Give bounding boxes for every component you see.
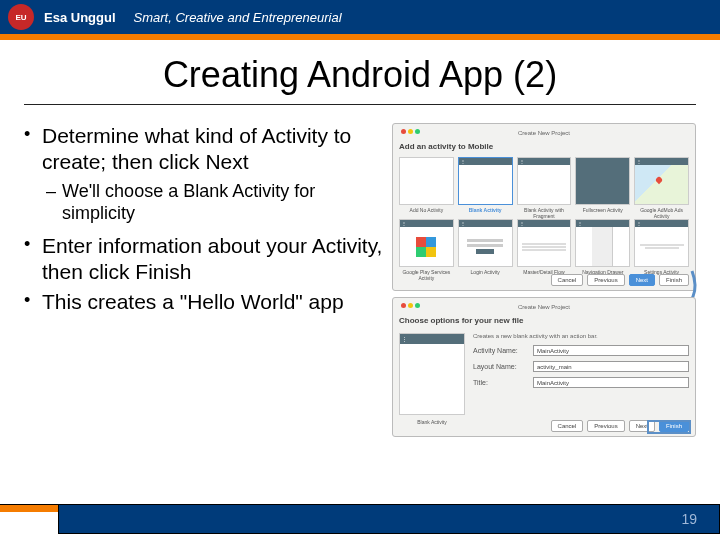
- preview-pane: ⋮: [399, 333, 465, 415]
- layout-name-field[interactable]: activity_main: [533, 361, 689, 372]
- screenshot-activity-chooser: Create New Project Add an activity to Mo…: [392, 123, 696, 291]
- close-icon: [401, 303, 406, 308]
- field-label: Title:: [473, 379, 529, 386]
- bullet-item: • Enter information about your Activity,…: [24, 233, 384, 286]
- minimize-icon: [408, 303, 413, 308]
- close-icon: [401, 129, 406, 134]
- cancel-button[interactable]: Cancel: [551, 274, 584, 286]
- university-logo: EU: [8, 4, 34, 30]
- template-option-selected[interactable]: Blank Activity: [458, 207, 513, 215]
- field-label: Activity Name:: [473, 347, 529, 354]
- header-bar: EU Esa Unggul Smart, Creative and Entrep…: [0, 0, 720, 34]
- previous-button[interactable]: Previous: [587, 420, 624, 432]
- template-option[interactable]: Google Play Services Activity: [399, 269, 454, 277]
- sub-bullet-item: – We'll choose a Blank Activity for simp…: [46, 180, 384, 225]
- dialog-subheading: Creates a new blank activity with an act…: [473, 333, 689, 339]
- cancel-button[interactable]: Cancel: [551, 420, 584, 432]
- dialog-heading: Add an activity to Mobile: [399, 142, 689, 151]
- tagline: Smart, Creative and Entrepreneurial: [134, 10, 342, 25]
- preview-label: Blank Activity: [399, 419, 465, 427]
- field-label: Layout Name:: [473, 363, 529, 370]
- next-button[interactable]: Next: [629, 274, 655, 286]
- page-number: 19: [681, 511, 697, 527]
- minimize-icon: [408, 129, 413, 134]
- template-option[interactable]: Fullscreen Activity: [575, 207, 630, 215]
- dialog-heading: Choose options for your new file: [399, 316, 689, 325]
- finish-button[interactable]: Finish: [659, 274, 689, 286]
- window-title: Create New Project: [518, 130, 570, 136]
- template-grid: Add No Activity ⋮Blank Activity ⋮Blank A…: [399, 157, 689, 277]
- slide-title: Creating Android App (2): [24, 48, 696, 105]
- bullet-item: • This creates a "Hello World" app: [24, 289, 384, 315]
- screenshot-activity-options: Create New Project Choose options for yo…: [392, 297, 696, 437]
- title-field[interactable]: MainActivity: [533, 377, 689, 388]
- highlight-box: [647, 420, 691, 434]
- bullet-list: • Determine what kind of Activity to cre…: [24, 123, 384, 437]
- maximize-icon: [415, 129, 420, 134]
- window-title: Create New Project: [518, 304, 570, 310]
- activity-name-field[interactable]: MainActivity: [533, 345, 689, 356]
- template-option[interactable]: Add No Activity: [399, 207, 454, 215]
- footer: 19: [0, 504, 720, 540]
- bullet-item: • Determine what kind of Activity to cre…: [24, 123, 384, 176]
- maximize-icon: [415, 303, 420, 308]
- template-option[interactable]: Google AdMob Ads Activity: [634, 207, 689, 215]
- university-name: Esa Unggul: [44, 10, 116, 25]
- template-option[interactable]: Blank Activity with Fragment: [517, 207, 572, 215]
- template-option[interactable]: Login Activity: [458, 269, 513, 277]
- previous-button[interactable]: Previous: [587, 274, 624, 286]
